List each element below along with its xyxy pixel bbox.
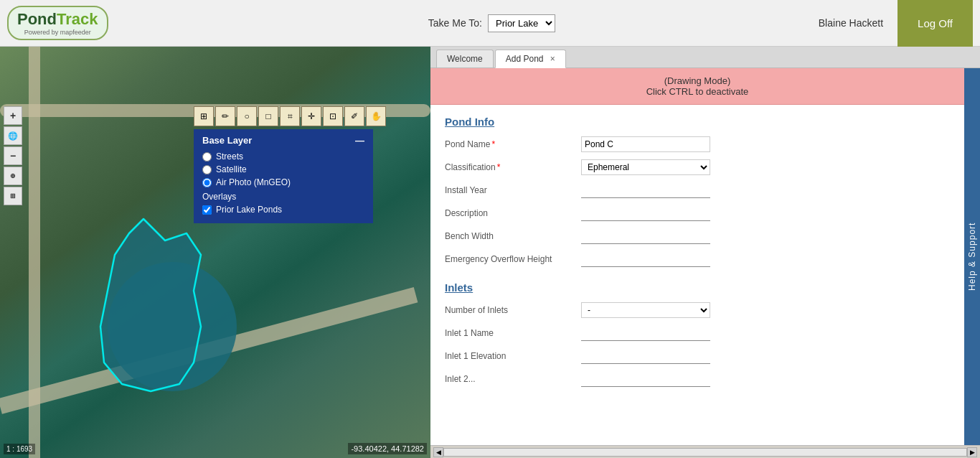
inlets-title: Inlets — [445, 281, 950, 294]
user-area: Blaine Hackett Log Off — [819, 0, 973, 47]
toolbar-move[interactable]: ✛ — [301, 106, 321, 126]
satellite-label: Satellite — [216, 164, 247, 174]
inlet1-name-input[interactable] — [581, 325, 710, 341]
streets-label: Streets — [216, 151, 243, 162]
streets-option[interactable]: Streets — [202, 151, 364, 162]
drawing-mode-line1: (Drawing Mode) — [438, 75, 957, 86]
addpond-tab-label: Add Pond — [506, 54, 544, 64]
hscroll-right[interactable]: ▶ — [967, 447, 977, 457]
bench-width-input[interactable] — [581, 228, 710, 244]
scale: 1 : 1693 — [4, 444, 35, 454]
drawing-mode-line2: Click CTRL to deactivate — [438, 86, 957, 97]
map-area[interactable]: + 🌐 − ⊕ ⊞ ⊞ ✏ ○ □ ⌗ ✛ ⊡ ✐ ✋ Base Layer — — [0, 47, 430, 458]
inlet2-row: Inlet 2... — [445, 371, 950, 387]
logo-text: PondTrack — [17, 10, 98, 29]
num-inlets-row: Number of Inlets - 0 1 2 3 — [445, 302, 950, 318]
toolbar-pan[interactable]: ✋ — [366, 106, 386, 126]
header: PondTrack Powered by mapfeeder Take Me T… — [0, 0, 980, 47]
logo-area: PondTrack Powered by mapfeeder — [7, 6, 165, 40]
logoff-button[interactable]: Log Off — [897, 0, 973, 47]
pond-name-label: Pond Name — [445, 139, 574, 149]
zoom-in-button[interactable]: + — [4, 106, 22, 125]
coordinates: -93.40422, 44.71282 — [348, 443, 427, 454]
form-scroll-area[interactable]: (Drawing Mode) Click CTRL to deactivate … — [430, 68, 964, 445]
prior-lake-ponds-checkbox[interactable] — [202, 205, 212, 215]
tabs-bar: Welcome Add Pond × — [430, 47, 980, 68]
bench-width-label: Bench Width — [445, 231, 574, 241]
emergency-overflow-input[interactable] — [581, 251, 710, 267]
collapse-icon[interactable]: — — [355, 135, 364, 146]
airphoto-radio[interactable] — [202, 178, 212, 187]
map-toolbar: ⊞ ✏ ○ □ ⌗ ✛ ⊡ ✐ ✋ — [194, 106, 386, 126]
toolbar-select[interactable]: ⊞ — [194, 106, 214, 126]
airphoto-option[interactable]: Air Photo (MnGEO) — [202, 177, 364, 187]
description-input[interactable] — [581, 205, 710, 221]
inlet2-input[interactable] — [581, 371, 710, 387]
road — [0, 287, 418, 414]
airphoto-label: Air Photo (MnGEO) — [216, 177, 291, 187]
prior-lake-ponds-label: Prior Lake Ponds — [216, 205, 282, 215]
inlet1-name-row: Inlet 1 Name — [445, 325, 950, 341]
overview-button[interactable]: ⊞ — [4, 187, 22, 205]
drawing-mode-banner: (Drawing Mode) Click CTRL to deactivate — [430, 68, 964, 105]
description-label: Description — [445, 208, 574, 218]
toolbar-poly[interactable]: ⌗ — [280, 106, 300, 126]
overlays-label: Overlays — [202, 192, 364, 202]
main-layout: + 🌐 − ⊕ ⊞ ⊞ ✏ ○ □ ⌗ ✛ ⊡ ✐ ✋ Base Layer — — [0, 47, 980, 458]
logo-sub: Powered by mapfeeder — [24, 29, 91, 36]
inlet1-elev-row: Inlet 1 Elevation — [445, 348, 950, 364]
pan-button[interactable]: ⊕ — [4, 167, 22, 185]
hscroll-track[interactable] — [443, 448, 967, 457]
num-inlets-select[interactable]: - 0 1 2 3 — [581, 302, 710, 318]
right-panel: Welcome Add Pond × (Drawing Mode) Click … — [430, 47, 980, 458]
form-spacer — [445, 394, 950, 445]
help-sidebar-button[interactable]: Help & Support — [964, 68, 980, 445]
toolbar-draw[interactable]: ✏ — [215, 106, 235, 126]
globe-icon[interactable]: 🌐 — [4, 126, 22, 145]
emergency-overflow-label: Emergency Overflow Height — [445, 254, 574, 264]
base-layer-title: Base Layer — [202, 135, 252, 146]
pond-info-title: Pond Info — [445, 116, 950, 128]
satellite-option[interactable]: Satellite — [202, 164, 364, 174]
tab-addpond[interactable]: Add Pond × — [495, 50, 566, 68]
inlet1-name-label: Inlet 1 Name — [445, 328, 574, 338]
takemeto-label: Take Me To: — [428, 17, 482, 29]
classification-label: Classification — [445, 162, 574, 172]
inlet1-elev-label: Inlet 1 Elevation — [445, 351, 574, 361]
tab-welcome[interactable]: Welcome — [436, 50, 494, 67]
welcome-tab-label: Welcome — [447, 54, 483, 64]
toolbar-annotate[interactable]: ✐ — [344, 106, 364, 126]
toolbar-rect[interactable]: □ — [258, 106, 278, 126]
toolbar-edit[interactable]: ⊡ — [323, 106, 343, 126]
bench-width-row: Bench Width — [445, 228, 950, 244]
inlet2-label: Inlet 2... — [445, 374, 574, 384]
form-content: Pond Info Pond Name Classification Ephem… — [430, 105, 964, 445]
streets-radio[interactable] — [202, 152, 212, 162]
logo: PondTrack Powered by mapfeeder — [7, 6, 108, 40]
install-year-label: Install Year — [445, 185, 574, 195]
prior-lake-ponds-option[interactable]: Prior Lake Ponds — [202, 205, 364, 215]
description-row: Description — [445, 205, 950, 221]
layer-control-header: Base Layer — — [202, 135, 364, 146]
emergency-overflow-row: Emergency Overflow Height — [445, 251, 950, 267]
satellite-radio[interactable] — [202, 165, 212, 174]
map-navigation: + 🌐 − ⊕ ⊞ — [4, 106, 22, 205]
classification-select[interactable]: Ephemeral Permanent Seasonal — [581, 159, 710, 175]
zoom-out-button[interactable]: − — [4, 146, 22, 165]
bottom-scrollbar: ◀ ▶ — [430, 445, 980, 458]
num-inlets-label: Number of Inlets — [445, 305, 574, 315]
username: Blaine Hackett — [819, 17, 883, 29]
form-and-help: (Drawing Mode) Click CTRL to deactivate … — [430, 68, 980, 445]
install-year-row: Install Year — [445, 182, 950, 198]
inlet1-elev-input[interactable] — [581, 348, 710, 364]
install-year-input[interactable] — [581, 182, 710, 198]
pond-name-input[interactable] — [581, 136, 710, 152]
layer-control: Base Layer — Streets Satellite Air Photo… — [194, 129, 373, 223]
pond-name-row: Pond Name — [445, 136, 950, 152]
road — [29, 47, 40, 458]
classification-row: Classification Ephemeral Permanent Seaso… — [445, 159, 950, 175]
hscroll-left[interactable]: ◀ — [433, 447, 443, 457]
toolbar-circle[interactable]: ○ — [237, 106, 257, 126]
addpond-tab-close[interactable]: × — [550, 54, 555, 64]
takemeto-select[interactable]: Prior Lake — [488, 14, 555, 32]
